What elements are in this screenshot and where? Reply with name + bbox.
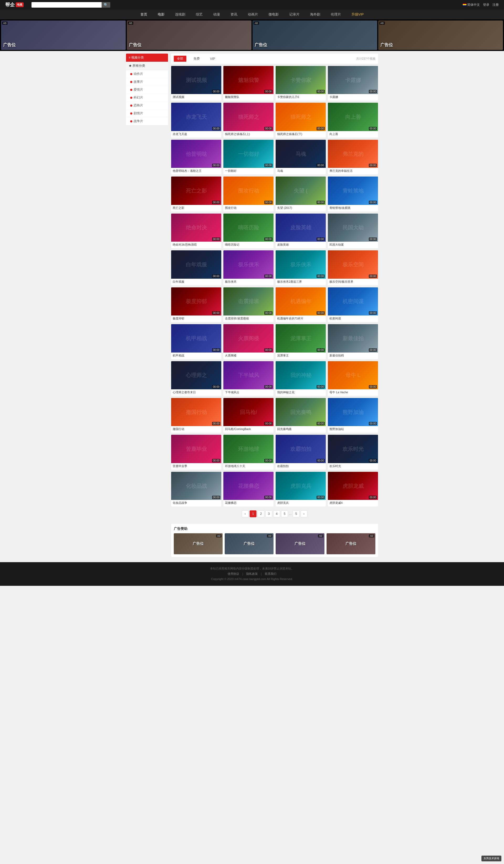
video-card-18[interactable]: 皮脸英雄 00:00 皮脸英雄 [275,214,326,248]
banner-item-3[interactable]: AD 广告位 [253,21,377,50]
search-input[interactable] [32,2,101,8]
language-selector[interactable]: 简体中文 [463,3,480,7]
nav-item-ethics[interactable]: 伦理片 [330,12,342,17]
video-card-45[interactable]: 花腰彝恋 00:00 花腰彝恋 [223,472,273,506]
video-card-17[interactable]: 嘀嗒历险 00:00 嘀嗒历险记 [223,214,273,248]
page-button-4[interactable]: 4 [273,511,280,517]
page-button-1[interactable]: 1 [250,511,257,517]
video-card-30[interactable]: 泥潭掌王 00:00 泥潭掌王 [275,324,326,359]
prev-page-button[interactable]: ‹ [242,511,249,517]
footer-link-contact[interactable]: 联系我们 [265,572,276,575]
nav-item-overseas[interactable]: 海外剧 [309,12,322,17]
video-card-7[interactable]: 向上善 00:00 向上善 [328,103,378,137]
video-card-13[interactable]: 围攻行动 00:00 围攻行动 [223,177,273,211]
sidebar-item-romance[interactable]: 爱情片 [126,86,168,94]
banner-item-2[interactable]: AD 广告位 [127,21,251,50]
video-card-11[interactable]: 弗兰克的 00:00 弗兰克的幸福生活 [328,140,378,175]
video-card-35[interactable]: 母牛 L 00:00 母牛 La Vache [328,361,378,396]
video-card-12[interactable]: 死亡之影 00:00 死亡之影 [171,177,221,211]
video-card-3[interactable]: 卡露娜 00:00 卡露娜 [328,66,378,100]
filter-tab-all[interactable]: 全部 [174,56,186,62]
nav-item-documentary[interactable]: 记录片 [288,12,301,17]
sidebar-header-all[interactable]: ★ 所有分类 [126,62,168,70]
video-card-39[interactable]: 熊野加油 00:00 熊野加油站 [328,398,378,433]
video-card-22[interactable]: 极乐侠禾 00:00 极乐侠禾2鹿追三界 [275,250,326,285]
video-card-47[interactable]: 虎胆龙威 00:00 虎胆龙威4 [328,472,378,506]
video-card-20[interactable]: 白年戏服 00:00 白年戏服 [171,250,221,285]
ad-card-2[interactable]: AD 广告位 [225,533,273,554]
video-card-46[interactable]: 虎胆克兵 00:00 虎胆克兵 [275,472,326,506]
video-card-38[interactable]: 回光奏鸣 00:00 回光奏鸣曲 [275,398,326,433]
nav-item-series[interactable]: 连续剧 [174,12,187,17]
video-card-10[interactable]: 马魂 00:00 马魂 [275,140,326,175]
nav-item-animation[interactable]: 动画片 [246,12,259,17]
video-card-23[interactable]: 极乐空间 00:00 极乐空间/极乐世界 [328,250,378,285]
video-card-9[interactable]: 一切都好 00:00 一切都好 [223,140,273,175]
sidebar-item-horror[interactable]: 恐怖片 [126,102,168,110]
video-card-15[interactable]: 青蛙禁地 00:00 青蛙禁地/血腥跳 [328,177,378,211]
video-card-32[interactable]: 心理师之 00:00 心理师之都市末日 [171,361,221,396]
sidebar-item-war[interactable]: 战争片 [126,117,168,125]
sidebar-item-scifi[interactable]: 科幻片 [126,94,168,102]
video-card-4[interactable]: 赤龙飞天 00:00 赤龙飞天盗 [171,103,221,137]
page-button-2[interactable]: 2 [258,511,265,517]
video-card-16[interactable]: 绝命对决 00:00 绝命对决/恐怖清唱 [171,214,221,248]
video-card-37[interactable]: 回马枪/ 00:00 回马枪/ComingBack [223,398,273,433]
video-card-21[interactable]: 极乐侠禾 00:00 极乐侠禾 [223,250,273,285]
video-title: 撤国行动 [171,426,221,433]
video-card-34[interactable]: 我的神秘 00:00 我的神秘之花 [275,361,326,396]
video-card-24[interactable]: 极度抑郁 00:00 极度抑郁 [171,287,221,322]
banner-item-4[interactable]: AD 广告位 [378,21,503,50]
video-card-43[interactable]: 欢乐时光 00:00 欢乐时光 [328,435,378,469]
video-card-2[interactable]: 卡赞你家 00:00 卡赞你家的儿子6 [275,66,326,100]
video-card-6[interactable]: 猫死师之 00:00 猫死师之镇魂石(下) [275,103,326,137]
page-button-last[interactable]: 5 [293,511,299,517]
filter-tab-vip[interactable]: VIP [207,56,218,61]
nav-item-variety[interactable]: 综艺 [195,12,204,17]
video-card-19[interactable]: 民国大劫 00:00 民国大劫案 [328,214,378,248]
video-card-41[interactable]: 环游地球 00:00 环游地球八十天 [223,435,273,469]
video-card-27[interactable]: 机密间谍 00:00 机密间谍 [328,287,378,322]
login-link[interactable]: 登录 [483,3,489,7]
nav-item-home[interactable]: 首页 [139,12,149,17]
page-button-5[interactable]: 5 [281,511,288,517]
page-button-3[interactable]: 3 [266,511,272,517]
video-card-28[interactable]: 机甲相战 00:00 机甲相战 [171,324,221,359]
nav-item-movies[interactable]: 电影 [157,12,166,17]
footer-link-terms[interactable]: 使用协议 [228,572,239,575]
ad-card-text-3: 广告位 [295,541,306,546]
search-button[interactable]: 🔍 [101,2,110,8]
nav-item-vip[interactable]: 升级VIP [350,12,365,17]
video-card-29[interactable]: 火票阁楼 00:00 火票阁楼 [223,324,273,359]
video-card-44[interactable]: 化妆品战 00:00 化妆品战争 [171,472,221,506]
video-card-36[interactable]: 撤国行动 00:00 撤国行动 [171,398,221,433]
video-card-8[interactable]: 他普明哒 00:00 他普明哒杰：逃校之王 [171,140,221,175]
video-card-26[interactable]: 机遇编年 00:00 机遇编年史的71碎片 [275,287,326,322]
video-card-0[interactable]: 测试视频 00:00 测试视频 [171,66,221,100]
ad-card-4[interactable]: AD 广告位 [327,533,376,554]
nav-item-news[interactable]: 资讯 [229,12,238,17]
banner-item-1[interactable]: AD 广告位 [1,21,126,50]
video-card-25[interactable]: 击震排班 00:00 击震排班/凌震霸雄 [223,287,273,322]
filter-tab-free[interactable]: 免费 [190,56,203,62]
logo[interactable]: 帮企 电视 [5,2,24,8]
video-card-1[interactable]: 魑魅我警 00:00 魑魅我警队 [223,66,273,100]
video-card-14[interactable]: 失望 ( 00:00 失望 (2017) [275,177,326,211]
video-card-42[interactable]: 欢霸拍拍 00:00 欢霸拍拍 [275,435,326,469]
video-card-40[interactable]: 苦鹿毕业 00:00 苦鹿毕业季 [171,435,221,469]
video-card-5[interactable]: 猫死师之 00:00 猫死师之镇魂石(上) [223,103,273,137]
video-duration: 00:00 [369,275,377,278]
nav-item-anime[interactable]: 动漫 [212,12,221,17]
footer-link-privacy[interactable]: 隐私政策 [246,572,258,575]
ad-card-1[interactable]: AD 广告位 [174,533,223,554]
next-page-button[interactable]: › [300,511,307,517]
sidebar-item-story[interactable]: 故事片 [126,78,168,86]
video-card-31[interactable]: 新最佳拍 00:00 新最佳拍档 [328,324,378,359]
ad-card-3[interactable]: AD 广告位 [275,533,324,554]
register-link[interactable]: 注册 [492,3,499,7]
nav-item-microfilm[interactable]: 微电影 [267,12,280,17]
sidebar-item-action[interactable]: 动作片 [126,70,168,78]
sidebar-item-drama[interactable]: 剧情片 [126,110,168,117]
video-card-33[interactable]: 下半城风 00:00 下半城风云 [223,361,273,396]
video-duration: 00:00 [369,201,377,204]
